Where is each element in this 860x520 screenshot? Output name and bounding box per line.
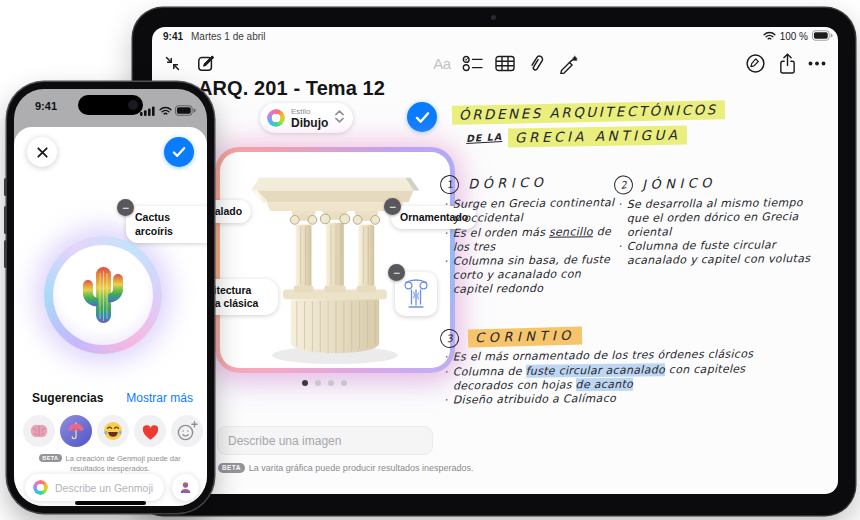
circled-number: 1	[439, 174, 461, 196]
wifi-icon	[159, 102, 172, 120]
handwritten-bullet: ·Surge en Grecia continental y occidenta…	[444, 196, 620, 225]
handwritten-bullet: ·Es el orden más sencillo de los tres	[444, 225, 620, 254]
section-bullets: ·Surge en Grecia continental y occidenta…	[440, 197, 620, 295]
remove-concept-icon[interactable]: −	[384, 198, 401, 215]
dynamic-island	[78, 95, 143, 115]
handwritten-section-jonico: 2JÓNICO ·Se desarrolla al mismo tiempo q…	[614, 173, 822, 268]
genmoji-description-field[interactable]	[53, 481, 156, 495]
show-more-link[interactable]: Mostrar más	[126, 391, 193, 405]
handwritten-subtitle-dela: DE LA	[466, 131, 503, 144]
accept-genmoji-button[interactable]	[164, 137, 194, 167]
handwritten-bullet: ·Diseño atribuido a Calímaco	[444, 391, 762, 408]
section-heading: CORINTIO	[468, 326, 582, 347]
handwritten-section-corintio: 3CORINTIO ·Es el más ornamentado de los …	[440, 325, 762, 407]
section-heading: DÓRICO	[468, 175, 548, 192]
close-button[interactable]	[27, 137, 57, 167]
iphone-device: 9:41	[7, 82, 214, 513]
genmoji-input[interactable]	[25, 474, 164, 501]
handwritten-bullet: ·Columna sin basa, de fuste corto y acan…	[444, 253, 620, 296]
genmoji-sheet: Cactus arcoíris − Sugerencias Mostrar má…	[14, 127, 207, 506]
circled-number: 2	[613, 174, 635, 196]
concept-label-cactus-arcoiris[interactable]: Cactus arcoíris	[126, 206, 207, 243]
ipad-camera	[491, 15, 496, 20]
circled-number: 3	[439, 328, 461, 350]
home-indicator	[75, 501, 146, 505]
screenshot-stage: 9:41 Martes 1 de abril 100 %	[0, 0, 860, 520]
suggestion-row	[14, 415, 207, 447]
section-bullets: ·Se desarrolla al mismo tiempo que el or…	[614, 197, 822, 267]
iphone-screen: 9:41	[14, 89, 207, 506]
handwritten-notes: ÓRDENES ARQUITECTÓNICOS DE LA GRECIA ANT…	[152, 27, 838, 494]
iphone-clock: 9:41	[35, 100, 57, 112]
new-genmoji-icon[interactable]	[171, 415, 203, 447]
handwritten-bullet: ·Columna de fuste circular acanalado y c…	[618, 238, 822, 268]
cellular-icon	[140, 102, 155, 120]
beta-badge: BETA	[39, 454, 61, 462]
heart-emoji[interactable]	[134, 415, 166, 447]
umbrella-genmoji[interactable]	[60, 415, 92, 447]
laughing-emoji[interactable]	[97, 415, 129, 447]
ipad-screen: 9:41 Martes 1 de abril 100 %	[152, 27, 838, 494]
genmoji-beta-note: BETA La creación de Genmoji puede dar re…	[30, 454, 190, 474]
handwritten-title-grecia: GRECIA ANTIGUA	[508, 125, 688, 147]
person-genmoji-button[interactable]	[172, 474, 199, 501]
genmoji-result-bubble[interactable]	[44, 236, 162, 354]
handwritten-title: ÓRDENES ARQUITECTÓNICOS	[452, 100, 725, 125]
ipad-device: 9:41 Martes 1 de abril 100 %	[133, 8, 855, 515]
brain-emoji[interactable]	[23, 415, 55, 447]
handwritten-bullet: ·Columna de fuste circular acanalado con…	[444, 362, 762, 393]
section-heading: JÓNICO	[642, 175, 716, 192]
iphone-status-bar: 9:41	[14, 89, 207, 127]
section-bullets: ·Es el más ornamentado de los tres órden…	[440, 349, 762, 406]
remove-sketch-icon[interactable]: −	[388, 264, 405, 281]
remove-concept-icon[interactable]: −	[117, 199, 134, 216]
battery-icon	[175, 102, 196, 120]
volume-up-button	[4, 206, 7, 234]
apple-intelligence-icon	[33, 480, 48, 495]
handwritten-bullet: ·Se desarrolla al mismo tiempo que el or…	[618, 196, 822, 239]
volume-down-button	[4, 240, 7, 268]
handwritten-section-dorico: 1DÓRICO ·Surge en Grecia continental y o…	[440, 173, 620, 296]
action-button	[4, 178, 7, 196]
rainbow-cactus-genmoji	[53, 245, 153, 345]
suggestions-title: Sugerencias	[32, 391, 103, 405]
